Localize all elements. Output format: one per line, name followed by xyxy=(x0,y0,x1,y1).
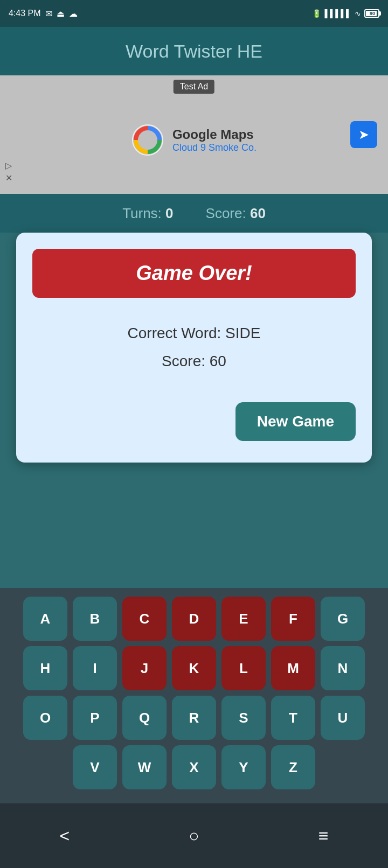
ad-advertiser-name: Google Maps xyxy=(172,127,257,142)
ad-advertiser-sub: Cloud 9 Smoke Co. xyxy=(172,142,257,153)
signal-icon: ▌▌▌▌▌ xyxy=(324,9,351,18)
menu-button[interactable]: ≡ xyxy=(318,826,329,846)
ad-banner[interactable]: Test Ad Google Maps Cloud 9 Smoke Co. ➤ … xyxy=(0,75,388,194)
key-i[interactable]: I xyxy=(73,646,117,690)
ad-content: Google Maps Cloud 9 Smoke Co. xyxy=(131,124,257,156)
keyboard-row: ABCDEFG xyxy=(4,597,384,641)
status-right: 🔋 ▌▌▌▌▌ ∿ 90 xyxy=(312,9,379,18)
ad-close-icons: ▷ ✕ xyxy=(5,160,12,183)
key-f[interactable]: F xyxy=(271,597,315,641)
keyboard-row: OPQRSTU xyxy=(4,696,384,740)
keyboard-row: HIJKLMN xyxy=(4,646,384,690)
key-j[interactable]: J xyxy=(122,646,167,690)
final-score-display: Score: 60 xyxy=(32,353,356,370)
key-z[interactable]: Z xyxy=(271,745,315,789)
key-v[interactable]: V xyxy=(73,745,117,789)
vibrate-icon: 🔋 xyxy=(312,9,321,18)
new-game-button[interactable]: New Game xyxy=(235,402,356,441)
key-t[interactable]: T xyxy=(271,696,315,740)
battery-level: 90 xyxy=(366,11,379,16)
key-d[interactable]: D xyxy=(172,597,216,641)
ad-close-icon[interactable]: ✕ xyxy=(5,173,12,183)
wifi-icon: ∿ xyxy=(355,9,361,18)
turns-display: Turns: 0 xyxy=(122,205,173,222)
usb-icon: ⏏ xyxy=(57,9,65,19)
back-button[interactable]: < xyxy=(60,826,70,846)
game-over-title: Game Over! xyxy=(32,249,356,298)
ad-play-icon: ▷ xyxy=(5,160,12,171)
key-r[interactable]: R xyxy=(172,696,216,740)
key-p[interactable]: P xyxy=(73,696,117,740)
key-a[interactable]: A xyxy=(23,597,67,641)
keyboard: ABCDEFGHIJKLMNOPQRSTUVWXYZ xyxy=(0,588,388,803)
ad-label: Test Ad xyxy=(174,80,214,94)
game-over-modal: Game Over! Correct Word: SIDE Score: 60 … xyxy=(16,233,372,463)
ad-arrow-icon[interactable]: ➤ xyxy=(350,121,377,148)
key-h[interactable]: H xyxy=(23,646,67,690)
status-bar: 4:43 PM ✉ ⏏ ☁ 🔋 ▌▌▌▌▌ ∿ 90 xyxy=(0,0,388,27)
key-o[interactable]: O xyxy=(23,696,67,740)
key-x[interactable]: X xyxy=(172,745,216,789)
ad-text-block: Google Maps Cloud 9 Smoke Co. xyxy=(172,127,257,153)
nav-bar: < ○ ≡ xyxy=(0,803,388,868)
keyboard-row: VWXYZ xyxy=(4,745,384,789)
key-q[interactable]: Q xyxy=(122,696,167,740)
key-k[interactable]: K xyxy=(172,646,216,690)
time-display: 4:43 PM xyxy=(9,9,41,18)
key-c[interactable]: C xyxy=(122,597,167,641)
battery-icon: 90 xyxy=(364,9,379,18)
app-title-bar: Word Twister HE xyxy=(0,27,388,75)
key-b[interactable]: B xyxy=(73,597,117,641)
key-w[interactable]: W xyxy=(122,745,167,789)
score-bar: Turns: 0 Score: 60 xyxy=(0,194,388,233)
key-l[interactable]: L xyxy=(221,646,266,690)
key-e[interactable]: E xyxy=(221,597,266,641)
score-display: Score: 60 xyxy=(206,205,266,222)
whatsapp-icon: ✉ xyxy=(45,9,52,19)
key-m[interactable]: M xyxy=(271,646,315,690)
key-y[interactable]: Y xyxy=(221,745,266,789)
key-s[interactable]: S xyxy=(221,696,266,740)
key-u[interactable]: U xyxy=(321,696,365,740)
cloud-icon: ☁ xyxy=(69,9,78,19)
key-g[interactable]: G xyxy=(321,597,365,641)
status-left: 4:43 PM ✉ ⏏ ☁ xyxy=(9,9,78,19)
key-n[interactable]: N xyxy=(321,646,365,690)
correct-word-display: Correct Word: SIDE xyxy=(32,325,356,342)
google-logo-icon xyxy=(131,124,164,156)
home-button[interactable]: ○ xyxy=(189,826,199,846)
app-title: Word Twister HE xyxy=(126,41,262,62)
